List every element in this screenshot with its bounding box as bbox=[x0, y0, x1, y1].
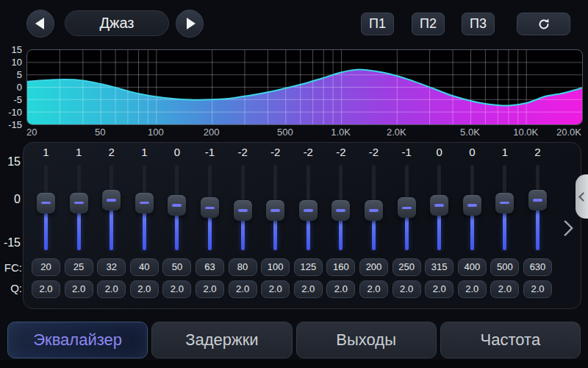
gain-slider[interactable] bbox=[357, 160, 390, 250]
q-value-button[interactable]: 2.0 bbox=[65, 280, 93, 298]
slider-thumb[interactable] bbox=[266, 200, 284, 221]
slider-thumb[interactable] bbox=[299, 200, 318, 221]
slider-thumb-dash bbox=[238, 209, 248, 212]
slider-thumb-dash bbox=[533, 199, 542, 202]
q-value-button[interactable]: 2.0 bbox=[32, 280, 60, 298]
gain-slider[interactable] bbox=[456, 160, 489, 250]
q-value-button[interactable]: 2.0 bbox=[458, 280, 487, 298]
gain-slider[interactable] bbox=[324, 160, 357, 250]
x-tick-label: 10.0K bbox=[513, 127, 538, 138]
q-value-button[interactable]: 2.0 bbox=[326, 280, 355, 298]
fc-value-button[interactable]: 25 bbox=[65, 258, 93, 276]
gain-slider[interactable] bbox=[128, 160, 161, 250]
gain-slider[interactable] bbox=[488, 160, 521, 250]
slider-thumb[interactable] bbox=[495, 193, 514, 213]
q-value-button[interactable]: 2.0 bbox=[425, 280, 453, 298]
gain-slider[interactable] bbox=[193, 160, 226, 250]
gain-slider[interactable] bbox=[292, 160, 325, 250]
eq-band-25: 1252.0 bbox=[62, 146, 96, 302]
band-gain-value: -1 bbox=[193, 146, 226, 159]
slider-thumb[interactable] bbox=[135, 193, 154, 213]
slider-thumb[interactable] bbox=[398, 197, 416, 218]
memory-button-p2[interactable]: П2 bbox=[412, 13, 445, 35]
fc-value-button[interactable]: 160 bbox=[326, 258, 355, 276]
tab-frequency[interactable]: Частота bbox=[440, 322, 581, 358]
gain-slider[interactable] bbox=[226, 160, 259, 250]
fc-value-button[interactable]: 80 bbox=[229, 258, 257, 276]
memory-button-p3[interactable]: П3 bbox=[462, 13, 495, 35]
tab-outputs[interactable]: Выходы bbox=[296, 322, 437, 358]
q-value-button[interactable]: 2.0 bbox=[261, 280, 290, 298]
slider-thumb[interactable] bbox=[201, 197, 219, 218]
next-preset-button[interactable] bbox=[176, 10, 204, 38]
slider-thumb-dash bbox=[402, 207, 412, 210]
fc-value-button[interactable]: 125 bbox=[294, 258, 323, 276]
slider-thumb[interactable] bbox=[37, 193, 55, 213]
x-tick-label: 2.0K bbox=[387, 127, 406, 138]
gain-slider[interactable] bbox=[29, 160, 62, 250]
fc-value-button[interactable]: 200 bbox=[359, 258, 388, 276]
eq-band-400: 04002.0 bbox=[456, 146, 489, 302]
fc-value-button[interactable]: 100 bbox=[261, 258, 290, 276]
q-value-button[interactable]: 2.0 bbox=[162, 280, 191, 298]
slider-thumb[interactable] bbox=[234, 200, 252, 221]
tab-equalizer[interactable]: Эквалайзер bbox=[7, 322, 148, 358]
prev-preset-button[interactable] bbox=[26, 10, 54, 38]
q-value-button[interactable]: 2.0 bbox=[490, 280, 519, 298]
side-drawer-handle[interactable] bbox=[576, 174, 588, 219]
fc-value-button[interactable]: 50 bbox=[162, 258, 191, 276]
q-value-button[interactable]: 2.0 bbox=[523, 280, 552, 298]
slider-thumb-dash bbox=[270, 209, 280, 212]
q-value-button[interactable]: 2.0 bbox=[359, 280, 388, 298]
x-tick-label: 200 bbox=[204, 127, 220, 138]
gain-slider[interactable] bbox=[95, 160, 128, 250]
reset-button[interactable] bbox=[517, 13, 570, 35]
band-gain-value: 1 bbox=[488, 146, 521, 159]
y-tick-label: 0 bbox=[1, 82, 22, 93]
gain-slider[interactable] bbox=[423, 160, 456, 250]
fc-value-button[interactable]: 20 bbox=[32, 258, 60, 276]
fc-value-button[interactable]: 500 bbox=[490, 258, 519, 276]
x-tick-label: 500 bbox=[277, 127, 293, 138]
eq-band-20: 1202.0 bbox=[29, 146, 62, 302]
band-gain-value: 2 bbox=[521, 146, 554, 159]
bottom-strip bbox=[0, 360, 588, 368]
fc-value-button[interactable]: 63 bbox=[196, 258, 224, 276]
slider-thumb[interactable] bbox=[365, 200, 383, 221]
tab-delays[interactable]: Задержки bbox=[151, 322, 292, 358]
x-tick-label: 5.0K bbox=[460, 127, 480, 138]
gain-slider[interactable] bbox=[521, 160, 554, 250]
more-bands-arrow-icon[interactable] bbox=[557, 220, 574, 237]
q-value-button[interactable]: 2.0 bbox=[196, 280, 224, 298]
band-gain-value: 0 bbox=[456, 146, 489, 159]
fc-value-button[interactable]: 400 bbox=[458, 258, 487, 276]
fc-value-button[interactable]: 315 bbox=[425, 258, 453, 276]
slider-thumb[interactable] bbox=[331, 200, 350, 221]
q-value-button[interactable]: 2.0 bbox=[97, 280, 126, 298]
q-value-button[interactable]: 2.0 bbox=[294, 280, 323, 298]
slider-thumb[interactable] bbox=[102, 190, 121, 210]
fc-value-button[interactable]: 630 bbox=[523, 258, 552, 276]
band-gain-value: 0 bbox=[160, 146, 193, 159]
slider-thumb[interactable] bbox=[528, 190, 547, 210]
slider-thumb[interactable] bbox=[168, 195, 186, 216]
q-value-button[interactable]: 2.0 bbox=[229, 280, 257, 298]
q-value-button[interactable]: 2.0 bbox=[130, 280, 159, 298]
y-tick-label: -5 bbox=[1, 94, 22, 106]
slider-thumb[interactable] bbox=[463, 195, 481, 216]
fc-value-button[interactable]: 32 bbox=[97, 258, 126, 276]
gain-slider[interactable] bbox=[390, 160, 423, 250]
x-tick-label: 50 bbox=[95, 127, 105, 138]
memory-button-p1[interactable]: П1 bbox=[361, 13, 394, 35]
band-gain-value: -2 bbox=[292, 146, 325, 159]
fc-value-button[interactable]: 40 bbox=[130, 258, 159, 276]
fc-value-button[interactable]: 250 bbox=[392, 258, 421, 276]
gain-slider[interactable] bbox=[62, 160, 96, 250]
gain-slider[interactable] bbox=[160, 160, 193, 250]
slider-thumb[interactable] bbox=[70, 193, 88, 213]
gain-slider[interactable] bbox=[259, 160, 292, 250]
slider-thumb[interactable] bbox=[430, 195, 448, 216]
slider-thumb-dash bbox=[172, 204, 182, 207]
preset-selector[interactable]: Джаз bbox=[65, 10, 169, 36]
q-value-button[interactable]: 2.0 bbox=[392, 280, 421, 298]
